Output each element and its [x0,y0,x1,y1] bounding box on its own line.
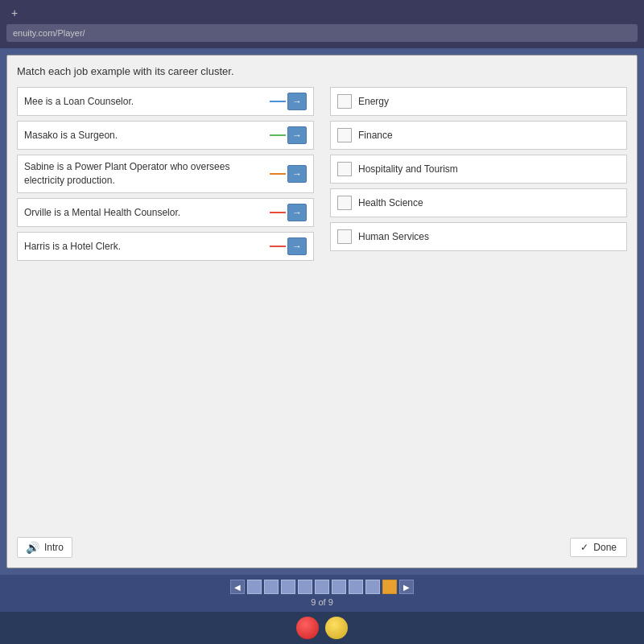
nav-dot-1[interactable] [247,580,262,594]
arrow-connector-1: → [270,93,307,110]
left-column: Mee is a Loan Counselor. → Masako is a S… [17,87,314,521]
taskbar-icon-red[interactable] [296,617,319,639]
arrow-connector-4: → [270,204,307,221]
browser-chrome: + enuity.com/Player/ [0,0,644,48]
arrow-button-2[interactable]: → [287,126,307,144]
cluster-checkbox-5[interactable] [337,229,352,244]
connector-line-3 [270,173,286,175]
nav-dot-9[interactable] [382,580,397,594]
job-item-2: Masako is a Surgeon. → [17,121,314,150]
cluster-text-1: Energy [358,96,389,107]
question-title: Match each job example with its career c… [17,65,627,77]
job-item-3: Sabine is a Power Plant Operator who ove… [17,155,314,193]
nav-dot-4[interactable] [298,580,312,594]
speaker-icon: 🔊 [26,541,39,554]
cluster-text-2: Finance [358,130,393,141]
arrow-button-1[interactable]: → [287,93,307,110]
job-item-4: Orville is a Mental Health Counselor. → [17,198,314,227]
cluster-checkbox-1[interactable] [337,94,352,109]
job-text-1: Mee is a Loan Counselor. [24,95,263,109]
main-wrapper: Match each job example with its career c… [0,48,644,575]
cluster-text-3: Hospitality and Tourism [358,163,458,175]
bottom-bar: 🔊 Intro ✓ Done [17,530,627,558]
cluster-item-2[interactable]: Finance [330,121,627,150]
intro-label: Intro [44,542,64,553]
job-item-1: Mee is a Loan Counselor. → [17,87,314,116]
arrow-connector-2: → [270,126,307,144]
taskbar [0,612,644,644]
nav-dot-6[interactable] [332,580,346,594]
arrow-connector-3: → [270,165,307,183]
navigation-area: ◀ ▶ 9 of 9 [0,575,644,612]
arrow-button-3[interactable]: → [287,165,307,183]
tab-bar: + [6,3,638,23]
connector-line-1 [270,101,286,102]
connector-line-4 [270,212,286,213]
cluster-checkbox-2[interactable] [337,128,352,142]
page-label: 9 of 9 [311,597,333,607]
cluster-checkbox-4[interactable] [337,196,352,210]
cluster-checkbox-3[interactable] [337,162,352,176]
nav-dot-5[interactable] [315,580,329,594]
new-tab-button[interactable]: + [6,5,23,21]
nav-next-button[interactable]: ▶ [399,580,414,594]
connector-line-5 [270,246,286,247]
job-text-4: Orville is a Mental Health Counselor. [24,206,263,220]
nav-dot-2[interactable] [264,580,279,594]
cluster-text-5: Human Services [358,231,429,242]
cluster-item-5[interactable]: Human Services [330,222,627,251]
content-panel: Match each job example with its career c… [6,55,638,568]
nav-dots: ◀ ▶ [230,580,414,594]
checkmark-icon: ✓ [580,542,588,553]
job-text-5: Harris is a Hotel Clerk. [24,240,263,254]
right-column: Energy Finance Hospitality and Tourism H… [330,87,627,521]
cluster-item-3[interactable]: Hospitality and Tourism [330,155,627,184]
address-text: enuity.com/Player/ [13,28,85,38]
address-bar[interactable]: enuity.com/Player/ [6,24,638,42]
nav-prev-button[interactable]: ◀ [230,580,245,594]
arrow-button-4[interactable]: → [287,204,307,221]
job-text-3: Sabine is a Power Plant Operator who ove… [24,160,263,188]
nav-dot-8[interactable] [365,580,380,594]
cluster-item-4[interactable]: Health Science [330,188,627,217]
job-item-5: Harris is a Hotel Clerk. → [17,232,314,261]
job-text-2: Masako is a Surgeon. [24,129,263,142]
arrow-button-5[interactable]: → [287,237,307,255]
intro-button[interactable]: 🔊 Intro [17,537,72,558]
taskbar-icon-yellow[interactable] [325,617,348,639]
connector-line-2 [270,134,286,136]
cluster-text-4: Health Science [358,197,423,208]
arrow-connector-5: → [270,237,307,255]
done-label: Done [593,542,617,553]
nav-dot-7[interactable] [349,580,363,594]
matching-area: Mee is a Loan Counselor. → Masako is a S… [17,87,627,521]
nav-dot-3[interactable] [281,580,295,594]
done-button[interactable]: ✓ Done [570,538,627,557]
cluster-item-1[interactable]: Energy [330,87,627,116]
